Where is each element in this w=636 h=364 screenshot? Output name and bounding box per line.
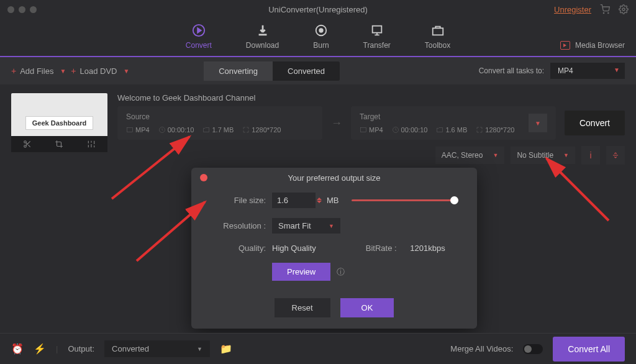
- task-row: Geek Dashboard Welcome to Geek Dashboard…: [0, 84, 636, 173]
- svg-marker-4: [198, 28, 201, 32]
- merge-label: Merge All Videos:: [450, 344, 513, 353]
- target-duration: 00:00:10: [392, 126, 428, 134]
- resolution-select[interactable]: Smart Fit ▼: [272, 218, 340, 234]
- arrow-right-icon: →: [331, 117, 342, 130]
- nav-convert[interactable]: Convert: [186, 24, 212, 50]
- subtitle-select[interactable]: No Subtitle ▼: [511, 147, 575, 164]
- merge-toggle[interactable]: [523, 344, 543, 354]
- nav-transfer[interactable]: Transfer: [363, 24, 391, 50]
- unregister-link[interactable]: Unregister: [554, 5, 591, 14]
- source-size: 1.7 MB: [202, 126, 234, 134]
- svg-point-0: [603, 12, 604, 13]
- convert-icon: [192, 24, 206, 37]
- nav-toolbox[interactable]: Toolbox: [425, 24, 450, 50]
- svg-point-10: [24, 141, 27, 143]
- info-button[interactable]: i: [581, 146, 600, 165]
- convert-all-label: Convert all tasks to:: [479, 66, 544, 75]
- add-files-label: Add Files: [20, 66, 53, 76]
- video-thumbnail[interactable]: Geek Dashboard: [11, 93, 107, 152]
- alarm-icon[interactable]: ⏰: [11, 343, 24, 355]
- subtitle-select-value: No Subtitle: [517, 151, 553, 160]
- chevron-down-icon: ▼: [197, 346, 202, 352]
- main-navigation: Convert Download Burn Transfer Toolbox M…: [0, 19, 636, 57]
- svg-rect-5: [258, 34, 266, 36]
- open-folder-icon[interactable]: 📁: [220, 343, 232, 355]
- convert-all-format-select[interactable]: MP4 ▼: [550, 63, 625, 79]
- ok-button[interactable]: OK: [340, 298, 394, 317]
- source-label: Source: [126, 112, 314, 121]
- output-folder-select[interactable]: Converted ▼: [104, 340, 210, 357]
- output-size-modal: Your preferred output size File size: MB…: [191, 168, 477, 329]
- toolbox-icon: [431, 24, 445, 37]
- audio-select[interactable]: AAC, Stereo ▼: [435, 147, 505, 164]
- reset-button[interactable]: Reset: [275, 298, 330, 317]
- target-panel: Target MP4 00:00:10 1.6 MB 1280*720 ▼: [351, 106, 556, 140]
- quality-value: High Quality: [272, 243, 316, 253]
- audio-select-value: AAC, Stereo: [442, 151, 483, 160]
- source-format: MP4: [126, 126, 150, 134]
- convert-button[interactable]: Convert: [565, 111, 625, 135]
- target-resolution: 1280*720: [476, 126, 514, 134]
- add-files-button[interactable]: + Add Files ▼: [11, 66, 66, 76]
- svg-rect-8: [372, 26, 381, 33]
- load-dvd-label: Load DVD: [80, 66, 117, 76]
- effects-icon[interactable]: [87, 140, 96, 148]
- modal-title: Your preferred output size: [288, 173, 380, 183]
- media-browser-button[interactable]: Media Browser: [560, 41, 625, 50]
- nav-burn[interactable]: Burn: [313, 24, 329, 50]
- target-format-dropdown[interactable]: ▼: [529, 114, 547, 132]
- source-resolution: 1280*720: [242, 126, 281, 134]
- media-browser-label: Media Browser: [575, 41, 625, 50]
- nav-burn-label: Burn: [313, 41, 329, 50]
- download-icon: [256, 24, 270, 37]
- chevron-down-icon: ▼: [563, 152, 569, 158]
- compress-button[interactable]: [606, 146, 625, 165]
- modal-close-button[interactable]: [200, 174, 207, 181]
- target-label: Target: [360, 112, 525, 121]
- target-size: 1.6 MB: [436, 126, 467, 134]
- transfer-icon: [370, 24, 384, 37]
- chevron-down-icon: ▼: [329, 223, 334, 229]
- window-title: UniConverter(Unregistered): [268, 5, 368, 14]
- filesize-stepper[interactable]: [317, 198, 322, 203]
- svg-point-7: [319, 29, 323, 32]
- bitrate-label: BitRate :: [366, 243, 397, 253]
- svg-point-1: [608, 12, 609, 13]
- preview-button[interactable]: Preview: [272, 263, 330, 281]
- svg-line-14: [26, 143, 27, 144]
- cart-icon[interactable]: [600, 4, 610, 14]
- svg-line-13: [28, 145, 30, 147]
- info-icon[interactable]: ⓘ: [337, 266, 345, 278]
- speed-icon[interactable]: ⚡: [34, 343, 46, 355]
- maximize-window-icon[interactable]: [30, 6, 37, 13]
- filesize-slider[interactable]: [352, 199, 459, 201]
- trim-icon[interactable]: [23, 140, 32, 148]
- nav-transfer-label: Transfer: [363, 41, 391, 50]
- chevron-down-icon: ▼: [123, 68, 129, 75]
- compress-icon: [611, 151, 620, 160]
- resolution-label: Resolution :: [210, 221, 266, 230]
- nav-download[interactable]: Download: [246, 24, 279, 50]
- resolution-value: Smart Fit: [278, 221, 311, 230]
- filesize-input[interactable]: [272, 193, 316, 208]
- chevron-down-icon: ▼: [60, 68, 66, 75]
- quality-label: Quality:: [210, 243, 266, 253]
- video-title: Welcome to Geek Dashboard Channel: [117, 93, 625, 102]
- slider-handle[interactable]: [450, 196, 458, 204]
- crop-icon[interactable]: [55, 140, 63, 148]
- close-window-icon[interactable]: [7, 6, 14, 13]
- source-panel: Source MP4 00:00:10 1.7 MB 1280*720: [117, 106, 322, 140]
- tab-converted[interactable]: Converted: [273, 61, 340, 81]
- nav-toolbox-label: Toolbox: [425, 41, 450, 50]
- settings-icon[interactable]: [619, 4, 629, 14]
- load-dvd-button[interactable]: + Load DVD ▼: [71, 66, 129, 76]
- nav-download-label: Download: [246, 41, 279, 50]
- svg-rect-9: [432, 28, 443, 35]
- conversion-tabs: Converting Converted: [204, 61, 340, 81]
- nav-convert-label: Convert: [186, 41, 212, 50]
- svg-rect-23: [360, 128, 366, 132]
- tab-converting[interactable]: Converting: [204, 61, 273, 81]
- minimize-window-icon[interactable]: [19, 6, 25, 13]
- convert-all-button[interactable]: Convert All: [553, 337, 625, 362]
- svg-point-11: [24, 145, 27, 148]
